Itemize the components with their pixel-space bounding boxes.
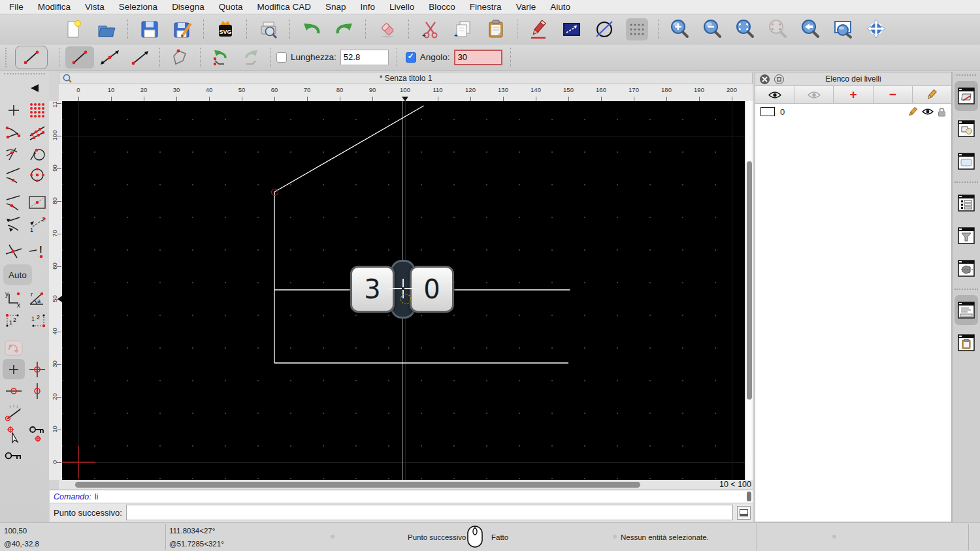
construction-circle-button[interactable] [593, 18, 615, 40]
zoom-auto-button[interactable] [734, 18, 757, 40]
menu-vista[interactable]: Vista [85, 2, 105, 12]
print-preview-button[interactable] [257, 18, 280, 40]
line-segment-button[interactable] [65, 46, 94, 69]
cut-button[interactable]: + [419, 18, 442, 40]
drawing-canvas[interactable]: 3 0 [62, 101, 745, 480]
command-history[interactable]: Comando: li [50, 490, 753, 503]
paste-button[interactable] [485, 18, 507, 40]
hide-all-layers-button[interactable] [794, 86, 834, 103]
snap-endpoints-button[interactable] [3, 121, 25, 142]
zoom-window-button[interactable] [832, 18, 855, 40]
dock-command-widget-icon[interactable] [955, 295, 978, 325]
angle-gauge-button[interactable] [3, 402, 25, 422]
snap-middle-button[interactable] [3, 165, 25, 185]
menu-snap[interactable]: Snap [325, 2, 346, 12]
zoom-out-button[interactable] [702, 18, 724, 40]
length-checkbox[interactable] [276, 52, 287, 63]
command-input[interactable] [126, 505, 733, 520]
grid-toggle-button[interactable] [626, 18, 648, 40]
angle-checkbox[interactable] [406, 52, 416, 63]
order-points-1-button[interactable]: 12 [3, 310, 25, 330]
snap-center-button[interactable] [26, 165, 48, 185]
scrollbar-thumb[interactable] [75, 482, 640, 488]
zoom-in-button[interactable] [669, 18, 691, 40]
menu-quota[interactable]: Quota [219, 2, 243, 12]
scrollbar-thumb[interactable] [747, 161, 752, 400]
edit-pen-button[interactable] [528, 18, 550, 40]
polyline-button[interactable] [166, 46, 195, 69]
layer-row[interactable]: 0 [755, 104, 951, 119]
copy-button[interactable]: + [452, 18, 474, 40]
redo-button[interactable] [333, 18, 355, 40]
restrict-nothing-button[interactable] [3, 359, 25, 379]
menu-livello[interactable]: Livello [389, 2, 414, 12]
snap-restrict-rect-button[interactable] [26, 192, 48, 212]
layer-edit-pencil-icon[interactable] [907, 107, 918, 117]
line-double-arrow-button[interactable] [95, 46, 124, 69]
set-relative-zero-button[interactable] [3, 424, 25, 444]
panel-close-icon[interactable] [760, 74, 770, 84]
canvas-vertical-scrollbar[interactable] [745, 101, 753, 480]
coord-cartesian-button[interactable]: yx [3, 289, 25, 309]
remove-layer-button[interactable]: − [874, 86, 913, 103]
export-svg-button[interactable]: SVG [214, 18, 237, 40]
menu-varie[interactable]: Varie [516, 2, 536, 12]
keyboard-toggle-button[interactable] [737, 506, 751, 520]
menu-modifica-cad[interactable]: Modifica CAD [257, 2, 311, 12]
snap-grid-button[interactable] [26, 100, 48, 120]
undo-button[interactable] [301, 18, 323, 40]
palette-back-button[interactable] [2, 80, 46, 97]
menu-seleziona[interactable]: Seleziona [119, 2, 157, 12]
dock-clipboard-icon[interactable] [955, 328, 978, 358]
layer-lock-icon[interactable] [938, 107, 946, 117]
palette-handle[interactable] [4, 73, 45, 78]
lock-zero-button[interactable] [3, 445, 25, 465]
layer-visible-eye-icon[interactable] [922, 108, 934, 116]
snap-free-button[interactable] [3, 100, 25, 120]
save-as-button[interactable] [171, 18, 193, 40]
menu-finestra[interactable]: Finestra [470, 2, 502, 12]
dock-layer-list-icon[interactable] [955, 81, 978, 111]
angle-input[interactable] [454, 50, 502, 65]
zoom-previous-button[interactable] [800, 18, 822, 40]
toolbar-handle[interactable] [5, 48, 8, 67]
menu-info[interactable]: Info [361, 2, 376, 12]
dock-handle[interactable] [956, 74, 976, 76]
panel-undock-icon[interactable] [774, 74, 784, 84]
snap-on-entity-button[interactable] [26, 121, 48, 142]
save-button[interactable] [139, 18, 161, 40]
snap-distance-point-button[interactable] [26, 143, 48, 163]
snap-auto-intersection-button[interactable] [3, 192, 25, 212]
dimension-line-button[interactable] [561, 18, 583, 40]
new-file-button[interactable] [63, 18, 85, 40]
restrict-horizontal-button[interactable] [3, 381, 25, 401]
delete-eraser-button[interactable] [376, 18, 399, 40]
snap-dist-manual-button[interactable] [3, 213, 25, 234]
zoom-selection-button[interactable] [767, 18, 789, 40]
dock-block-list-icon[interactable] [955, 114, 978, 144]
add-layer-button[interactable]: + [834, 86, 873, 103]
redo-segment-button[interactable] [237, 46, 265, 69]
length-input[interactable] [340, 50, 389, 65]
layer-color-swatch[interactable] [760, 107, 775, 116]
menu-file[interactable]: File [9, 2, 24, 12]
show-all-layers-button[interactable] [755, 86, 794, 103]
relative-zero-disabled-button[interactable] [3, 338, 25, 358]
snap-intersection-manual-button[interactable]: ! [26, 241, 48, 261]
canvas-horizontal-scrollbar[interactable]: 10 < 100 [59, 480, 753, 490]
snap-auto-button[interactable]: Auto [3, 264, 32, 285]
zoom-pan-button[interactable] [865, 18, 887, 40]
line-arrow-button[interactable] [125, 46, 154, 69]
restrict-orthogonal-button[interactable] [26, 359, 48, 379]
dock-wall-tool-icon[interactable] [955, 253, 978, 283]
history-scrollbar-thumb[interactable] [747, 492, 751, 501]
snap-dist-ordered-button[interactable]: 12 [26, 213, 48, 234]
menu-aiuto[interactable]: Aiuto [550, 2, 570, 12]
dock-library-browser-icon[interactable] [955, 146, 978, 176]
open-file-button[interactable] [95, 18, 118, 40]
snap-perpendicular-button[interactable] [3, 143, 25, 163]
menu-modifica[interactable]: Modifica [38, 2, 71, 12]
menu-disegna[interactable]: Disegna [172, 2, 204, 12]
dock-entity-list-icon[interactable] [955, 188, 978, 218]
restrict-vertical-button[interactable] [26, 381, 48, 401]
